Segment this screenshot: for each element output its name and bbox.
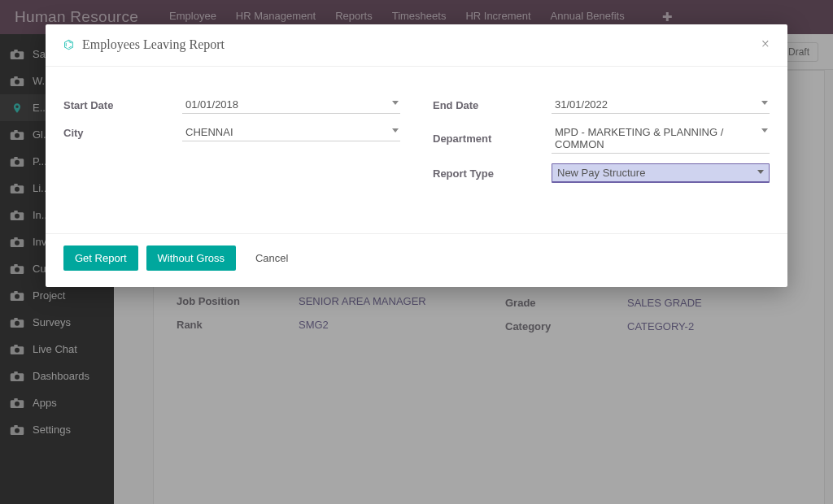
label-end-date: End Date	[433, 99, 552, 111]
chevron-down-icon	[761, 101, 768, 105]
report-type-select[interactable]: New Pay Structure	[552, 163, 770, 183]
modal-title: Employees Leaving Report	[82, 37, 225, 52]
without-gross-button[interactable]: Without Gross	[146, 245, 236, 271]
label-department: Department	[433, 133, 552, 145]
city-select[interactable]: CHENNAI	[182, 124, 400, 141]
end-date-input[interactable]: 31/01/2022	[552, 96, 770, 114]
modal-col-right: End Date 31/01/2022 Department MPD - MAR…	[433, 91, 770, 188]
label-start-date: Start Date	[63, 99, 182, 111]
chevron-down-icon	[392, 101, 399, 105]
chevron-down-icon	[761, 128, 768, 133]
chevron-down-icon	[392, 128, 399, 133]
bug-icon: ⌬	[63, 37, 74, 52]
label-city: City	[63, 127, 182, 139]
cancel-button[interactable]: Cancel	[244, 245, 299, 271]
employees-leaving-report-modal: ⌬ Employees Leaving Report × Start Date …	[46, 24, 787, 287]
get-report-button[interactable]: Get Report	[63, 245, 138, 271]
department-select[interactable]: MPD - MARKETING & PLANNING / COMMON	[552, 124, 770, 154]
modal-footer: Get Report Without Gross Cancel	[46, 233, 787, 287]
modal-header: ⌬ Employees Leaving Report ×	[46, 24, 787, 67]
chevron-down-icon	[757, 170, 764, 174]
label-report-type: Report Type	[433, 167, 552, 180]
close-icon[interactable]: ×	[761, 36, 770, 53]
modal-col-left: Start Date 01/01/2018 City CHENNAI	[63, 91, 400, 188]
start-date-input[interactable]: 01/01/2018	[182, 96, 400, 114]
